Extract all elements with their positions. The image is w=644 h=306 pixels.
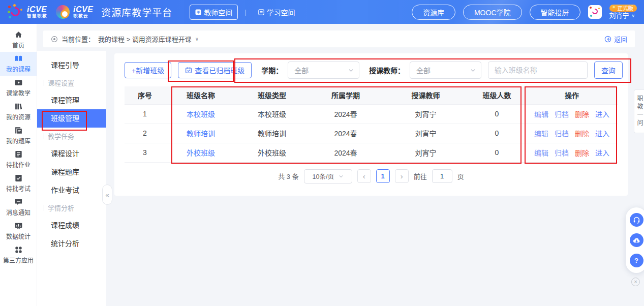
download-button[interactable] [630, 233, 643, 247]
breadcrumb-caret-icon[interactable]: ∨ [195, 36, 199, 42]
homework-doc-icon [14, 150, 23, 159]
class-name-search-input[interactable] [488, 62, 588, 79]
goto-page-input[interactable] [432, 169, 452, 183]
goto-label: 前往 [414, 171, 427, 181]
teacher-space-icon [195, 9, 201, 15]
col-index: 序号 [125, 86, 165, 104]
breadcrumb-bar: 当前位置： 我的课程 > 调用资源库课程开课 ∨ 返回 [43, 30, 635, 47]
brand2-text: iCVE 职教云 [73, 6, 93, 19]
brand2-sub: 职教云 [73, 14, 93, 18]
course-submenu: 课程引导 课程设置 课程管理 班级管理 教学任务 课程设计 课程题库 作业考试 … [37, 51, 106, 306]
breadcrumb-prefix: 当前位置： [62, 34, 95, 44]
question-bank-icon [14, 126, 23, 135]
class-name-link[interactable]: 本校班级 [187, 110, 215, 118]
rail-item-pending-homework[interactable]: 待批作业 [0, 147, 37, 171]
archive-action[interactable]: 归档 [555, 130, 569, 138]
tab-teacher-space-label: 教师空间 [204, 7, 232, 17]
next-page-button[interactable]: › [395, 169, 409, 183]
rail-item-my-courses[interactable]: 我的课程 [0, 52, 37, 76]
page-suffix: 页 [457, 171, 464, 181]
tab-learning-space[interactable]: 学习空间 [253, 5, 300, 19]
rail-item-messages[interactable]: 消息通知 [0, 195, 37, 219]
rail-item-my-question-bank[interactable]: 我的题库 [0, 124, 37, 147]
rail-item-third-party-apps[interactable]: 第三方应用 [0, 243, 37, 267]
submenu-section-label: 学情分析 [48, 203, 74, 212]
archive-action[interactable]: 归档 [555, 149, 569, 157]
medal-icon [611, 5, 617, 11]
customer-service-button[interactable] [630, 213, 643, 227]
submenu-item-class-management[interactable]: 班级管理 [37, 109, 106, 128]
cell-index: 1 [125, 104, 165, 124]
enter-action[interactable]: 进入 [595, 130, 609, 138]
class-name-link[interactable]: 教师培训 [187, 130, 215, 138]
rail-item-label: 待批作业 [6, 160, 30, 169]
user-menu[interactable]: 正式版 刘宵宁 ∨ [609, 5, 637, 20]
zhijiao-yiwen-tab[interactable]: 职教一问 [634, 89, 644, 133]
teacher-select-value: 全部 [416, 65, 431, 75]
back-button[interactable]: 返回 [604, 34, 627, 44]
header-right: 资源库 MOOC学院 智能投屏 正式版 刘宵宁 ∨ [412, 5, 637, 20]
rail-item-classroom-teaching[interactable]: 课堂教学 [0, 76, 37, 100]
submenu-item-course-management[interactable]: 课程管理 [37, 91, 106, 109]
enter-action[interactable]: 进入 [595, 149, 609, 157]
archive-action[interactable]: 归档 [555, 110, 569, 118]
icve-zhijiaoyun-logo-icon [56, 5, 70, 19]
prev-page-button[interactable]: ‹ [357, 169, 371, 183]
edit-action[interactable]: 编辑 [534, 110, 548, 118]
breadcrumb-path[interactable]: 我的课程 > 调用资源库课程开课 [98, 34, 192, 44]
semester-select[interactable]: 全部 [288, 62, 359, 79]
delete-action[interactable]: 删除 [575, 149, 589, 157]
table-header-row: 序号 班级名称 班级类型 所属学期 授课教师 班级人数 操作 [125, 86, 618, 104]
cloud-download-icon [633, 236, 640, 244]
submenu-collapse-handle[interactable]: « [102, 185, 112, 205]
page-size-select[interactable]: 10条/页 [304, 169, 352, 183]
tab-teacher-space[interactable]: 教师空间 [190, 5, 238, 20]
submenu-item-course-design[interactable]: 课程设计 [37, 144, 106, 163]
page-size-value: 10条/页 [313, 171, 334, 181]
current-page-button[interactable]: 1 [376, 169, 390, 183]
exam-check-icon [14, 174, 23, 182]
submenu-item-statistical-analysis[interactable]: 统计分析 [37, 234, 106, 253]
teacher-select[interactable]: 全部 [410, 62, 481, 79]
enter-action[interactable]: 进入 [595, 110, 609, 118]
submenu-item-course-guide[interactable]: 课程引导 [37, 56, 106, 74]
add-class-button[interactable]: +新增班级 [125, 62, 171, 78]
col-class-type: 班级类型 [236, 86, 308, 104]
col-semester: 所属学期 [308, 86, 384, 104]
col-student-count: 班级人数 [468, 86, 526, 104]
edit-action[interactable]: 编辑 [534, 149, 548, 157]
help-button[interactable]: ? [630, 254, 643, 267]
delete-action[interactable]: 删除 [575, 110, 589, 118]
rail-item-data-statistics[interactable]: 数据统计 [0, 219, 37, 243]
space-divider: | [244, 9, 246, 16]
brand1-name: iCVE [27, 6, 47, 14]
delete-action[interactable]: 删除 [575, 130, 589, 138]
resource-library-button[interactable]: 资源库 [412, 5, 455, 20]
rail-item-my-resources[interactable]: 我的资源 [0, 100, 37, 124]
mooc-academy-button[interactable]: MOOC学院 [463, 5, 522, 20]
back-arrow-icon [604, 36, 611, 43]
view-archived-classes-button[interactable]: 查看已归档班级 [178, 62, 252, 78]
search-button[interactable]: 查询 [594, 62, 623, 79]
submenu-item-course-grades[interactable]: 课程成绩 [37, 216, 106, 234]
rail-item-pending-exams[interactable]: 待批考试 [0, 171, 37, 195]
cell-semester: 2024春 [308, 124, 384, 143]
brand-area[interactable]: iCVE 智慧职教 iCVE 职教云 资源库教学平台 [7, 4, 172, 20]
cell-teacher: 刘宵宁 [384, 104, 468, 124]
cell-teacher: 刘宵宁 [384, 143, 468, 162]
rail-item-home[interactable]: 首页 [0, 28, 37, 52]
close-float-menu-button[interactable]: × [631, 278, 640, 286]
submenu-item-course-question-bank[interactable]: 课程题库 [37, 163, 106, 181]
section-bar [44, 80, 44, 86]
tab-learning-space-label: 学习空间 [267, 7, 295, 17]
cell-class-type: 外校班级 [236, 143, 308, 162]
class-name-link[interactable]: 外校班级 [187, 149, 215, 157]
edit-action[interactable]: 编辑 [534, 130, 548, 138]
submenu-section-teaching-tasks: 教学任务 [37, 128, 106, 144]
submenu-item-homework-exams[interactable]: 作业考试 [37, 181, 106, 199]
smart-screen-button[interactable]: 智能投屏 [530, 5, 580, 20]
avatar[interactable] [588, 5, 602, 19]
back-button-label: 返回 [614, 34, 627, 44]
cell-student-count: 0 [468, 104, 526, 124]
semester-select-value: 全部 [294, 65, 309, 75]
